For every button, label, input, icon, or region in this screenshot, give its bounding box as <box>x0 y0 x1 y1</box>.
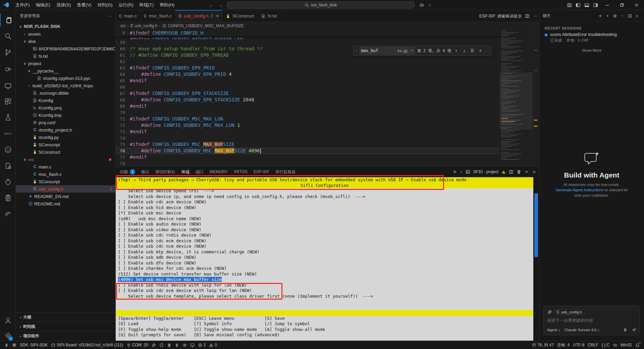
send-icon[interactable] <box>632 328 636 332</box>
close-button[interactable] <box>629 0 644 10</box>
nav-forward-icon[interactable]: → <box>217 2 224 8</box>
panel-tab-XRTOS[interactable]: XRTOS <box>234 166 248 177</box>
menuconfig-item[interactable]: [*] Enable usb msc device <box>116 210 533 216</box>
generate-instructions-link[interactable]: Generate Agent Instructions <box>556 188 604 192</box>
breadcrumb-item[interactable]: CONFIG_USBDEV_MSC_MAX_BUFSIZE <box>162 23 244 29</box>
status-trash-icon[interactable] <box>165 341 173 349</box>
menu-5[interactable]: 运行(R) <box>115 1 136 9</box>
menuconfig-item[interactable]: Select usb device speed (FS) ---> <box>116 188 533 194</box>
folder-NOR_FLASH_DISK[interactable]: ∨NOR_FLASH_DISK <box>16 23 115 30</box>
section-大纲[interactable]: ›大纲 <box>16 312 115 322</box>
model-picker[interactable]: Claude Sonnet 4.5 ∨ <box>565 328 600 332</box>
status-空格[interactable]: 空格: 4 <box>555 341 571 349</box>
find-next-icon[interactable]: ↓ <box>461 48 467 53</box>
file-Kconfig.proj[interactable]: Kconfig.proj <box>16 104 115 111</box>
chat-open-editor-icon[interactable] <box>626 13 633 18</box>
panel-tab-端口[interactable]: 端口 <box>196 166 204 177</box>
explorer-more-actions-icon[interactable]: ⋯ <box>107 14 111 18</box>
command-center-search[interactable]: nor_flash_disk <box>227 1 415 9</box>
status-screen-icon[interactable] <box>189 341 196 349</box>
menuconfig-item[interactable]: [ ] Enable usb cdc ecm device with lwip … <box>116 288 533 294</box>
menuconfig-item[interactable]: [ ] Enable usb cdc ncm device (NEW) <box>116 244 533 249</box>
menu-4[interactable]: 转到(G) <box>95 1 116 9</box>
menuconfig-item[interactable]: [ ] Enable usb video device (NEW) <box>116 227 533 233</box>
chat-more-icon[interactable]: ⋯ <box>619 13 626 18</box>
status-sync-icon[interactable] <box>158 341 165 349</box>
section-项目组件[interactable]: ›项目组件 <box>16 331 115 341</box>
find-close-icon[interactable]: × <box>477 48 483 53</box>
kill-terminal-icon[interactable] <box>517 169 521 174</box>
file-SConstruct[interactable]: SConstruct <box>16 148 115 156</box>
status-wrench-icon[interactable] <box>150 341 158 349</box>
tab-msc_flash.c[interactable]: Cmsc_flash.c <box>141 10 175 22</box>
status--c[interactable]: { } C <box>600 341 611 349</box>
activity-sifli-icon[interactable]: SiFLI <box>0 127 16 140</box>
folder-project[interactable]: ∨project <box>16 60 115 67</box>
menu-1[interactable]: 编辑(E) <box>33 1 53 9</box>
activity-settings-icon[interactable]: 1 <box>0 329 16 342</box>
layout-columns-icon[interactable] <box>565 2 574 8</box>
panel-tab-问题[interactable]: 问题2 <box>120 166 135 177</box>
file-README_EN.md[interactable]: README_EN.md <box>16 193 115 200</box>
file-README.md[interactable]: README.md <box>16 200 115 207</box>
status-globe-icon[interactable] <box>10 341 18 349</box>
context-chip[interactable]: C usb_config.h <box>554 309 585 315</box>
terminal-shell-label[interactable]: SF32 - project <box>473 169 498 174</box>
file-main.c[interactable]: Cmain.c <box>16 163 115 170</box>
status-com[interactable]: COM: 20 <box>125 341 150 349</box>
activity-source-control-icon[interactable] <box>0 46 16 59</box>
editor-more-actions-icon[interactable]: ⋯ <box>533 14 537 18</box>
status-0[interactable]: 0 <box>207 341 219 349</box>
activity-remote-explorer-icon[interactable] <box>0 79 16 93</box>
status-bolt-icon[interactable] <box>173 341 181 349</box>
file-rtconfig.py[interactable]: rtconfig.py <box>16 134 115 141</box>
folder-__pycache__[interactable]: ∨__pycache__ <box>16 67 115 74</box>
file-SConscript[interactable]: SConscript <box>16 141 115 148</box>
folder-disk[interactable]: ∨disk <box>16 38 115 45</box>
section-时间线[interactable]: ›时间线 <box>16 322 115 331</box>
find-in-selection-icon[interactable]: ☰ <box>469 48 475 53</box>
menuconfig-item[interactable]: [ ] Enable usb dfu device (NEW) <box>116 260 533 266</box>
new-chat-icon[interactable] <box>596 13 604 18</box>
terminal-scrollbar[interactable] <box>534 193 538 257</box>
file-rtconfig.cpython-313.pyc[interactable]: rtconfig.cpython-313.pyc <box>16 74 115 82</box>
tab-usb_config.h[interactable]: Cusb_config.h2× <box>175 10 222 22</box>
panel-close-icon[interactable] <box>532 169 536 174</box>
layout-sidebar-right-icon[interactable] <box>591 2 600 8</box>
activity-account-icon[interactable] <box>0 314 16 327</box>
status-sifli-board[interactable]: SiFli Board: sf32lb52-lcd_n16r8 (J11) <box>49 341 124 349</box>
tab-hi.txt[interactable]: hi.txt <box>258 10 280 22</box>
menu-6[interactable]: 终端(T) <box>136 1 157 9</box>
menuconfig-item[interactable]: [ ] Enable chardev for cdc acm device (N… <box>116 266 533 271</box>
folder-build_sf32lb52-lcd_n16r8_hcpu[interactable]: ›build_sf32lb52-lcd_n16r8_hcpu <box>16 82 115 89</box>
tab-close-icon[interactable]: × <box>216 14 219 18</box>
file-Kconfig[interactable]: Kconfig <box>16 97 115 104</box>
panel-tab-串行监视器[interactable]: 串行监视器 <box>275 166 296 177</box>
panel-tab-终端[interactable]: 终端 <box>181 166 190 177</box>
menuconfig-item[interactable]: [ ] Enable usb hid device (NEW) <box>116 205 533 211</box>
activity-search-icon[interactable] <box>0 30 16 43</box>
terminal-dropdown-icon[interactable]: ∨ <box>460 170 463 173</box>
menuconfig-item[interactable]: (4096) Set usb msc device max buffer siz… <box>116 277 533 283</box>
panel-maximize-icon[interactable] <box>524 169 529 174</box>
attach-context-icon[interactable] <box>547 309 552 315</box>
file-usb_config.h[interactable]: Cusb_config.h2 <box>16 185 115 193</box>
breadcrumb-item[interactable]: Cusb_config.h <box>130 23 158 28</box>
file-8ADF658A54BD5442E98F0D2F2D66C79B.png[interactable]: 8ADF658A54BD5442E98F0D2F2D66C79B.png <box>16 45 115 52</box>
terminal-content[interactable]: (Top) → Third party packages → CherryUSB… <box>116 177 533 341</box>
panel-tab-调试控制台[interactable]: 调试控制台 <box>155 166 175 177</box>
menuconfig-item[interactable]: [ ] Enable usb mtp device, it is commerc… <box>116 249 533 255</box>
folder-src[interactable]: ∨src <box>16 156 115 163</box>
chat-close-icon[interactable] <box>633 13 641 18</box>
menuconfig-item[interactable]: [ ] Enable usb cdc acm device (NEW) <box>116 199 533 205</box>
tab-SConstruct[interactable]: SConstruct <box>222 10 258 22</box>
copilot-chevron-icon[interactable]: ∨ <box>429 3 431 7</box>
file-hi.txt[interactable]: hi.txt <box>16 52 115 60</box>
file-msc_flash.c[interactable]: Cmsc_flash.c <box>16 170 115 178</box>
menuconfig-item[interactable]: (512) Set device control transfer max bu… <box>116 271 533 277</box>
activity-serial-monitor-icon[interactable] <box>0 191 16 205</box>
menuconfig-item[interactable]: [ ] Enable usb cdc rndis device (NEW) <box>116 233 533 238</box>
activity-github-icon[interactable] <box>0 143 16 156</box>
menuconfig-item[interactable]: Select usb device template, please selec… <box>116 294 533 299</box>
file-Kconfig.tmp[interactable]: Kconfig.tmp <box>16 111 115 119</box>
